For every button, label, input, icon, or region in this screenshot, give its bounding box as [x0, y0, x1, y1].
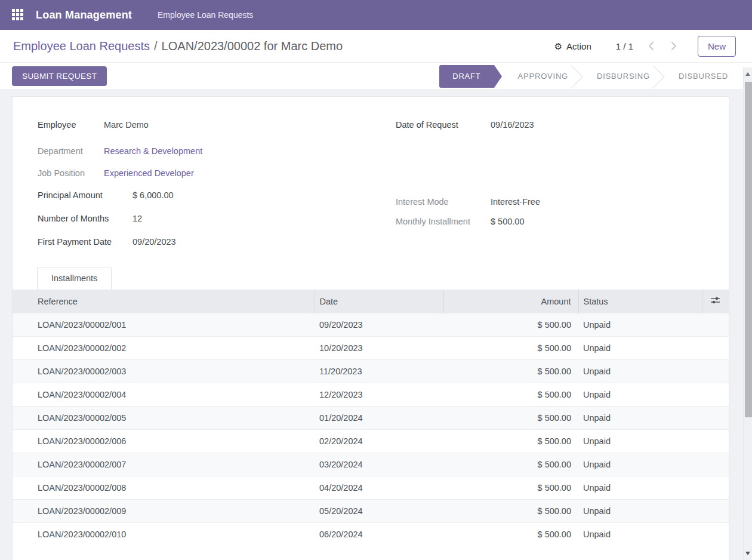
principal-amount-value[interactable]: $ 6,000.00 — [132, 190, 174, 200]
installment-reference[interactable]: LOAN/2023/00002/008 — [13, 476, 315, 500]
interest-mode-value[interactable]: Interest-Free — [491, 197, 540, 207]
installment-date[interactable]: 06/20/2024 — [315, 523, 443, 546]
installments-table: Reference Date Amount Status — [13, 290, 729, 546]
installment-row[interactable]: LOAN/2023/00002/003 11/20/2023 $ 500.00 … — [13, 360, 729, 383]
field-principal-amount: Principal Amount $ 6,000.00 — [38, 190, 371, 200]
installment-row[interactable]: LOAN/2023/00002/008 04/20/2024 $ 500.00 … — [13, 476, 729, 500]
breadcrumb-current: LOAN/2023/00002 for Marc Demo — [162, 39, 343, 53]
column-header-date[interactable]: Date — [315, 290, 443, 313]
pager-previous-button[interactable] — [645, 39, 657, 53]
installment-reference[interactable]: LOAN/2023/00002/001 — [13, 313, 315, 337]
installment-row[interactable]: LOAN/2023/00002/010 06/20/2024 $ 500.00 … — [13, 523, 729, 546]
column-header-reference[interactable]: Reference — [13, 290, 315, 313]
optional-columns-button[interactable] — [702, 290, 729, 313]
installment-row[interactable]: LOAN/2023/00002/005 01/20/2024 $ 500.00 … — [13, 407, 729, 430]
date-of-request-value[interactable]: 09/16/2023 — [491, 120, 534, 130]
scrollbar-thumb[interactable] — [745, 82, 752, 417]
installment-reference[interactable]: LOAN/2023/00002/007 — [13, 453, 315, 476]
employee-value[interactable]: Marc Demo — [104, 120, 149, 130]
installment-row-end — [702, 523, 729, 546]
installment-status[interactable]: Unpaid — [578, 407, 702, 430]
status-step[interactable]: DISBURSED — [664, 65, 729, 88]
installment-status[interactable]: Unpaid — [578, 453, 702, 476]
installment-reference[interactable]: LOAN/2023/00002/009 — [13, 500, 315, 523]
installment-row[interactable]: LOAN/2023/00002/007 03/20/2024 $ 500.00 … — [13, 453, 729, 476]
first-payment-date-value[interactable]: 09/20/2023 — [132, 237, 176, 247]
installment-amount[interactable]: $ 500.00 — [443, 407, 578, 430]
installment-date[interactable]: 03/20/2024 — [315, 453, 443, 476]
installment-amount[interactable]: $ 500.00 — [443, 313, 578, 337]
nav-menu-employee-loan-requests[interactable]: Employee Loan Requests — [158, 10, 253, 20]
installment-row-end — [702, 407, 729, 430]
status-step[interactable]: DRAFT — [439, 65, 494, 88]
submit-request-button[interactable]: SUBMIT REQUEST — [12, 66, 107, 86]
installment-row-end — [702, 500, 729, 523]
tab-installments[interactable]: Installments — [37, 267, 112, 290]
form-right-column: Date of Request 09/16/2023 Interest Mode… — [371, 120, 729, 247]
installment-reference[interactable]: LOAN/2023/00002/006 — [13, 430, 315, 453]
installment-date[interactable]: 09/20/2023 — [315, 313, 443, 337]
sliders-icon — [710, 296, 720, 304]
installment-status[interactable]: Unpaid — [578, 476, 702, 500]
vertical-scrollbar[interactable] — [743, 67, 752, 560]
installment-amount[interactable]: $ 500.00 — [443, 383, 578, 407]
apps-grid-icon[interactable] — [12, 9, 24, 21]
installment-date[interactable]: 10/20/2023 — [315, 337, 443, 360]
installment-date[interactable]: 11/20/2023 — [315, 360, 443, 383]
installment-reference[interactable]: LOAN/2023/00002/005 — [13, 407, 315, 430]
installment-amount[interactable]: $ 500.00 — [443, 337, 578, 360]
installment-status[interactable]: Unpaid — [578, 337, 702, 360]
installment-reference[interactable]: LOAN/2023/00002/002 — [13, 337, 315, 360]
installment-status[interactable]: Unpaid — [578, 313, 702, 337]
installment-row-end — [702, 453, 729, 476]
installment-date[interactable]: 02/20/2024 — [315, 430, 443, 453]
installment-status[interactable]: Unpaid — [578, 430, 702, 453]
gear-icon: ⚙ — [554, 42, 562, 51]
installment-amount[interactable]: $ 500.00 — [443, 360, 578, 383]
installment-date[interactable]: 05/20/2024 — [315, 500, 443, 523]
monthly-installment-value[interactable]: $ 500.00 — [491, 217, 524, 226]
scroll-up-button[interactable] — [744, 69, 752, 79]
installment-row[interactable]: LOAN/2023/00002/004 12/20/2023 $ 500.00 … — [13, 383, 729, 407]
installment-reference[interactable]: LOAN/2023/00002/003 — [13, 360, 315, 383]
installment-amount[interactable]: $ 500.00 — [443, 523, 578, 546]
number-of-months-value[interactable]: 12 — [132, 214, 142, 223]
form-sheet: Employee Marc Demo Department Research &… — [12, 96, 729, 560]
installment-date[interactable]: 12/20/2023 — [315, 383, 443, 407]
statusbar: DRAFT APPROVING DISBURSING DISBURSED — [439, 65, 729, 88]
field-number-of-months: Number of Months 12 — [38, 214, 371, 223]
app-name[interactable]: Loan Management — [36, 9, 132, 21]
job-position-value-link[interactable]: Experienced Developer — [104, 168, 194, 178]
content-area: Employee Marc Demo Department Research &… — [0, 90, 743, 560]
installment-date[interactable]: 01/20/2024 — [315, 407, 443, 430]
installment-status[interactable]: Unpaid — [578, 383, 702, 407]
installment-row[interactable]: LOAN/2023/00002/006 02/20/2024 $ 500.00 … — [13, 430, 729, 453]
first-payment-date-label: First Payment Date — [38, 237, 132, 247]
monthly-installment-label: Monthly Installment — [396, 217, 491, 226]
new-button[interactable]: New — [698, 36, 736, 57]
installment-reference[interactable]: LOAN/2023/00002/010 — [13, 523, 315, 546]
installment-date[interactable]: 04/20/2024 — [315, 476, 443, 500]
installment-amount[interactable]: $ 500.00 — [443, 500, 578, 523]
installment-row[interactable]: LOAN/2023/00002/002 10/20/2023 $ 500.00 … — [13, 337, 729, 360]
scroll-down-button[interactable] — [744, 549, 752, 558]
column-header-status[interactable]: Status — [578, 290, 702, 313]
column-header-amount[interactable]: Amount — [443, 290, 578, 313]
breadcrumb-parent-link[interactable]: Employee Loan Requests — [13, 39, 150, 53]
number-of-months-label: Number of Months — [38, 214, 132, 223]
action-menu-button[interactable]: ⚙ Action — [554, 41, 591, 51]
installment-reference[interactable]: LOAN/2023/00002/004 — [13, 383, 315, 407]
installment-row-end — [702, 476, 729, 500]
installment-status[interactable]: Unpaid — [578, 523, 702, 546]
pager-next-button[interactable] — [668, 39, 680, 53]
installment-row[interactable]: LOAN/2023/00002/009 05/20/2024 $ 500.00 … — [13, 500, 729, 523]
department-value-link[interactable]: Research & Development — [104, 146, 202, 156]
installment-status[interactable]: Unpaid — [578, 360, 702, 383]
installment-amount[interactable]: $ 500.00 — [443, 453, 578, 476]
pager-count: 1 / 1 — [616, 41, 633, 51]
installment-amount[interactable]: $ 500.00 — [443, 430, 578, 453]
installment-row[interactable]: LOAN/2023/00002/001 09/20/2023 $ 500.00 … — [13, 313, 729, 337]
form-left-column: Employee Marc Demo Department Research &… — [13, 120, 371, 247]
installment-amount[interactable]: $ 500.00 — [443, 476, 578, 500]
installment-status[interactable]: Unpaid — [578, 500, 702, 523]
